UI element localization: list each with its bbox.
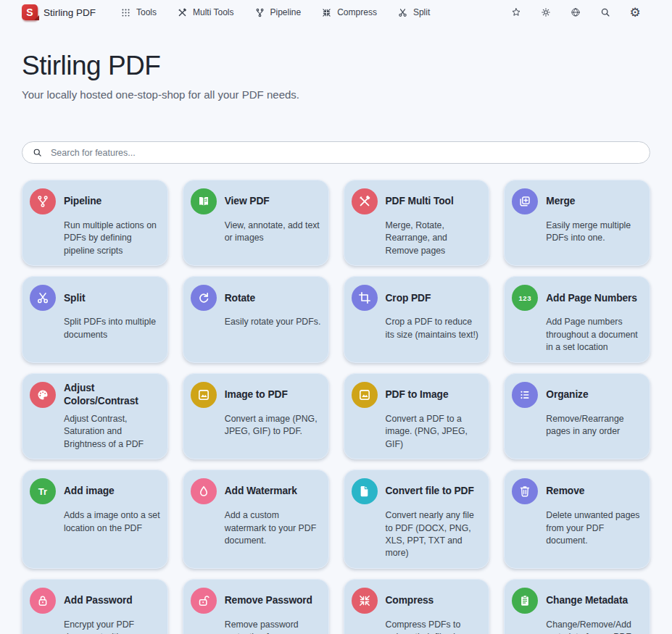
nav-item-label: Split [413,7,430,17]
tool-card-view-pdf[interactable]: View PDF View, annotate, add text or ima… [183,180,329,266]
card-title: Add image [64,485,115,497]
card-title: Crop PDF [386,292,431,304]
card-description: Convert nearly any file to PDF (DOCX, PN… [386,509,482,560]
card-title: Image to PDF [225,388,288,401]
top-navbar: S Stirling PDF Tools Multi Tools Pipelin… [0,0,672,25]
card-description: Crop a PDF to reduce its size (maintains… [386,316,482,341]
card-description: Remove/Rearrange pages in any order [546,413,642,438]
tool-card-image-to-pdf[interactable]: Image to PDF Convert a image (PNG, JPEG,… [183,373,329,459]
card-description: Run multiple actions on PDFs by defining… [64,220,160,257]
tool-card-organize[interactable]: Organize Remove/Rearrange pages in any o… [504,373,650,459]
numbers-123-icon: 123 [512,285,538,311]
card-description: Easily rotate your PDFs. [225,316,321,328]
card-head: View PDF [191,188,321,214]
card-description: Add Page numbers throughout a document i… [546,316,642,354]
card-title: Rotate [225,292,255,304]
nav-item-tools[interactable]: Tools [120,7,157,18]
nav-item-pipeline[interactable]: Pipeline [254,7,302,18]
tool-card-remove-password[interactable]: Remove Password Remove password protecti… [183,579,329,634]
image-icon [191,382,217,408]
card-description: Encrypt your PDF document with a passwor… [64,619,160,634]
card-head: Compress [352,588,482,614]
nav-item-label: Compress [337,7,377,17]
card-head: Image to PDF [191,382,321,408]
nav-item-split[interactable]: Split [397,7,430,18]
tools-grid: Pipeline Run multiple actions on PDFs by… [22,180,650,634]
nav-menu: Tools Multi Tools Pipeline Compress Spli… [120,7,430,18]
card-head: Change Metadata [512,588,642,614]
card-head: Remove Password [191,588,321,614]
card-head: Rotate [191,285,321,311]
card-head: Convert file to PDF [352,478,482,504]
compress-icon [352,588,378,614]
search-input[interactable] [22,141,650,164]
rotate-icon [191,285,217,311]
card-title: Add Page Numbers [546,292,637,304]
tool-card-add-watermark[interactable]: Add Watermark Add a custom watermark to … [183,470,329,569]
stirling-logo-icon: S [22,4,38,20]
book-open-icon [191,188,217,214]
tool-card-pipeline[interactable]: Pipeline Run multiple actions on PDFs by… [22,180,168,266]
card-title: Convert file to PDF [386,485,474,497]
card-description: Easily merge multiple PDFs into one. [546,220,642,245]
tool-card-pdf-multi-tool[interactable]: PDF Multi Tool Merge, Rotate, Rearrange,… [344,180,490,266]
nav-item-compress[interactable]: Compress [321,7,377,18]
card-title: Split [64,292,85,304]
page-header: Stirling PDF Your locally hosted one-sto… [0,25,672,101]
logo-letter: S [26,7,33,17]
card-title: Add Password [64,594,133,606]
page-title: Stirling PDF [22,51,650,81]
clipboard-icon [512,588,538,614]
unlock-icon [191,588,217,614]
card-description: Add a custom watermark to your PDF docum… [225,509,321,547]
tool-card-add-image[interactable]: Tr Add image Adds a image onto a set loc… [22,470,168,569]
tool-card-add-password[interactable]: Add Password Encrypt your PDF document w… [22,579,168,634]
nav-item-label: Tools [136,7,157,17]
tool-card-adjust-colors-contrast[interactable]: Adjust Colors/Contrast Adjust Contrast, … [22,373,168,459]
compress-icon [321,7,332,18]
card-description: Compress PDFs to reduce their file size. [386,619,482,634]
trash-icon [512,478,538,504]
tool-card-crop-pdf[interactable]: Crop PDF Crop a PDF to reduce its size (… [344,276,490,362]
tool-card-change-metadata[interactable]: Change Metadata Change/Remove/Add metada… [504,579,650,634]
feature-search [22,141,650,164]
tool-card-merge[interactable]: Merge Easily merge multiple PDFs into on… [504,180,650,266]
nav-item-multi-tools[interactable]: Multi Tools [177,7,233,18]
tool-card-rotate[interactable]: Rotate Easily rotate your PDFs. [183,276,329,362]
droplet-icon [191,478,217,504]
brand-name: Stirling PDF [43,7,96,18]
brand[interactable]: S Stirling PDF [22,4,96,20]
gear-icon[interactable]: ⚙ [629,6,642,19]
card-description: Delete unwanted pages from your PDF docu… [546,509,642,547]
nav-actions: ⚙ [510,6,642,19]
brightness-icon[interactable] [539,6,552,19]
palette-icon [30,382,56,408]
search-icon[interactable] [599,6,612,19]
card-description: Convert a image (PNG, JPEG, GIF) to PDF. [225,413,321,438]
star-icon[interactable] [510,6,523,19]
tool-card-pdf-to-image[interactable]: PDF to Image Convert a PDF to a image. (… [344,373,490,459]
card-description: Change/Remove/Add metadata from a PDF do… [546,619,642,634]
nav-item-label: Multi Tools [193,7,233,17]
tool-card-convert-file-to-pdf[interactable]: Convert file to PDF Convert nearly any f… [344,470,490,569]
file-icon [352,478,378,504]
card-head: Crop PDF [352,285,482,311]
card-description: Adjust Contrast, Saturation and Brightne… [64,413,160,451]
image-icon [352,382,378,408]
card-description: Split PDFs into multiple documents [64,316,160,341]
tools-icon [352,188,378,214]
card-head: Tr Add image [30,478,160,504]
tool-card-add-page-numbers[interactable]: 123 Add Page Numbers Add Page numbers th… [504,276,650,362]
typography-icon: Tr [30,478,56,504]
scissors-icon [30,285,56,311]
card-head: Organize [512,382,642,408]
tool-card-compress[interactable]: Compress Compress PDFs to reduce their f… [344,579,490,634]
card-title: Compress [386,594,434,606]
card-title: Pipeline [64,195,101,207]
globe-icon[interactable] [569,6,582,19]
card-head: Add Password [30,588,160,614]
tool-card-remove[interactable]: Remove Delete unwanted pages from your P… [504,470,650,569]
tool-card-split[interactable]: Split Split PDFs into multiple documents [22,276,168,362]
card-title: View PDF [225,195,270,207]
card-title: PDF to Image [386,388,449,401]
